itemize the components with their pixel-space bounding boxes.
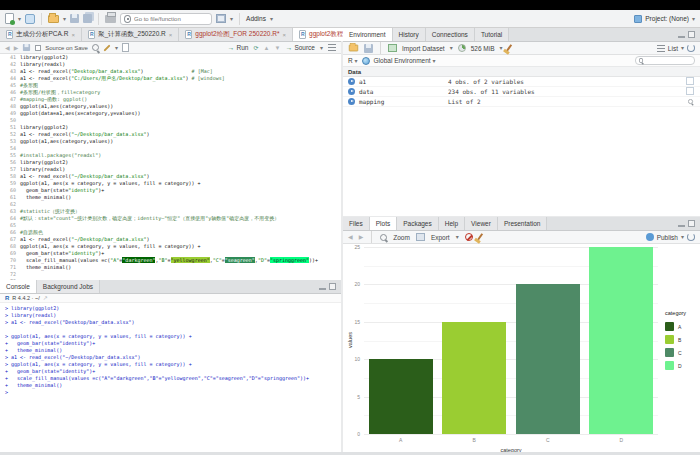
tab-background-jobs[interactable]: Background Jobs xyxy=(37,280,100,293)
rerun-icon[interactable]: ⟳ xyxy=(253,45,258,51)
save-workspace-icon[interactable] xyxy=(364,44,373,53)
open-file-icon[interactable] xyxy=(48,15,59,23)
source-caret-icon[interactable]: ▾ xyxy=(320,45,323,51)
tab-plots[interactable]: Plots xyxy=(370,217,397,230)
tab-close-icon[interactable]: × xyxy=(169,32,173,38)
editor-tab[interactable]: 聚_计算函数_250220.R× xyxy=(82,28,179,41)
source-on-save-checkbox[interactable] xyxy=(35,45,41,51)
inspect-icon[interactable] xyxy=(685,98,695,106)
code-tools-icon[interactable] xyxy=(103,44,110,51)
tab-environment[interactable]: Environment xyxy=(343,28,393,41)
publish-caret-icon[interactable]: ▾ xyxy=(681,234,684,240)
prev-chunk-icon[interactable]: ▲ xyxy=(263,45,269,51)
print-icon[interactable] xyxy=(105,15,116,23)
tab-console[interactable]: Console xyxy=(0,280,37,293)
publish-button[interactable]: Publish xyxy=(657,234,678,241)
environment-row[interactable]: mappingList of 2 xyxy=(343,97,700,107)
plot-forward-icon[interactable]: ▶ xyxy=(359,234,364,240)
expand-object-icon[interactable] xyxy=(348,88,355,95)
tab-presentation[interactable]: Presentation xyxy=(498,217,548,230)
tab-packages[interactable]: Packages xyxy=(397,217,439,230)
environment-row[interactable]: data234 obs. of 11 variables xyxy=(343,87,700,97)
addins-button[interactable]: Addins xyxy=(246,15,266,22)
nav-back-icon[interactable]: ◀ xyxy=(5,45,10,51)
next-chunk-icon[interactable]: ▼ xyxy=(274,45,280,51)
tab-help[interactable]: Help xyxy=(439,217,465,230)
tab-connections[interactable]: Connections xyxy=(426,28,475,41)
view-table-icon[interactable] xyxy=(685,77,695,86)
maximize-pane-icon[interactable] xyxy=(688,31,695,38)
code-editor[interactable]: 41library(ggplot2)42library(readxl)43a1 … xyxy=(0,54,341,286)
new-file-caret-icon[interactable]: ▾ xyxy=(18,16,21,22)
tab-viewer[interactable]: Viewer xyxy=(465,217,498,230)
expand-object-icon[interactable] xyxy=(348,98,355,105)
environment-search-input[interactable] xyxy=(646,58,692,64)
clear-workspace-icon[interactable] xyxy=(505,44,511,52)
open-file-caret-icon[interactable]: ▾ xyxy=(63,16,66,22)
environment-row[interactable]: a14 obs. of 2 variables xyxy=(343,77,700,87)
tab-close-icon[interactable]: × xyxy=(71,32,75,38)
editor-tab[interactable]: 主成分分析PCA.R× xyxy=(0,28,82,41)
run-button[interactable]: → Run xyxy=(228,44,249,51)
legend-item-A: A xyxy=(665,322,681,331)
refresh-icon[interactable] xyxy=(687,44,695,52)
editor-save-icon[interactable] xyxy=(23,44,30,51)
new-file-icon[interactable] xyxy=(5,13,14,24)
goto-file-input[interactable] xyxy=(134,16,208,22)
project-button[interactable]: Project: (None) ▾ xyxy=(634,15,695,23)
save-icon[interactable] xyxy=(70,14,79,23)
maximize-pane-icon[interactable] xyxy=(329,283,336,290)
export-caret-icon[interactable]: ▾ xyxy=(456,234,459,240)
line-number: 42 xyxy=(0,61,20,68)
tab-tutorial[interactable]: Tutorial xyxy=(475,28,509,41)
remove-plot-icon[interactable] xyxy=(465,233,473,241)
code-tools-caret-icon[interactable]: ▾ xyxy=(115,45,118,51)
console-external-icon[interactable]: ↗ xyxy=(43,295,48,301)
editor-tab[interactable]: ggplot2绘图_FOR 250220.R*× xyxy=(179,28,293,41)
find-icon[interactable] xyxy=(92,44,99,51)
y-tick-label: 0 xyxy=(344,431,360,437)
memory-usage-button[interactable]: 526 MiB xyxy=(471,45,495,52)
import-dataset-icon[interactable] xyxy=(388,44,397,52)
y-tick-label: 15 xyxy=(344,319,360,325)
export-button[interactable]: Export xyxy=(431,234,450,241)
list-view-caret-icon[interactable]: ▾ xyxy=(681,45,684,51)
pane-layout-icon[interactable] xyxy=(216,14,226,23)
editor-tabstrip: 主成分分析PCA.R×聚_计算函数_250220.R×ggplot2绘图_FOR… xyxy=(0,28,341,42)
save-all-icon[interactable] xyxy=(83,14,92,23)
list-view-button[interactable]: List xyxy=(668,45,678,52)
environment-search-box[interactable] xyxy=(635,56,695,65)
import-dataset-button[interactable]: Import Dataset xyxy=(402,45,445,52)
language-selector[interactable]: R ▾ xyxy=(348,57,358,64)
console-line: + theme_minimal() xyxy=(5,347,341,354)
compile-report-icon[interactable] xyxy=(122,43,129,52)
view-table-icon[interactable] xyxy=(685,87,695,96)
plot-back-icon[interactable]: ◀ xyxy=(348,234,353,240)
maximize-pane-icon[interactable] xyxy=(688,220,695,227)
color-highlight-token: "yellowgreen" xyxy=(171,257,210,263)
memory-caret-icon[interactable]: ▾ xyxy=(500,45,503,51)
list-view-icon xyxy=(657,45,665,52)
console-output[interactable]: > library(ggplot2)> library(readxl)> a1 … xyxy=(0,303,341,396)
tab-files[interactable]: Files xyxy=(343,217,370,230)
clear-plots-icon[interactable] xyxy=(477,233,483,241)
minimize-pane-icon[interactable] xyxy=(678,224,685,227)
goto-file-box[interactable] xyxy=(120,13,212,25)
new-project-icon[interactable] xyxy=(25,14,35,24)
expand-object-icon[interactable] xyxy=(348,78,355,85)
tab-close-icon[interactable]: × xyxy=(283,32,287,38)
outline-icon[interactable] xyxy=(328,44,336,51)
load-workspace-icon[interactable] xyxy=(349,45,358,52)
code-line: 54 xyxy=(0,145,341,152)
plots-refresh-icon[interactable] xyxy=(687,233,695,241)
pane-layout-caret-icon[interactable]: ▾ xyxy=(230,16,233,22)
source-button[interactable]: → Source xyxy=(285,44,315,51)
zoom-button[interactable]: Zoom xyxy=(393,234,410,241)
environment-selector[interactable]: Global Environment ▾ xyxy=(374,57,436,64)
import-caret-icon[interactable]: ▾ xyxy=(450,45,453,51)
minimize-pane-icon[interactable] xyxy=(319,287,326,290)
addins-caret-icon[interactable]: ▾ xyxy=(270,16,273,22)
minimize-pane-icon[interactable] xyxy=(678,35,685,38)
tab-history[interactable]: History xyxy=(393,28,426,41)
nav-forward-icon[interactable]: ▶ xyxy=(14,45,19,51)
